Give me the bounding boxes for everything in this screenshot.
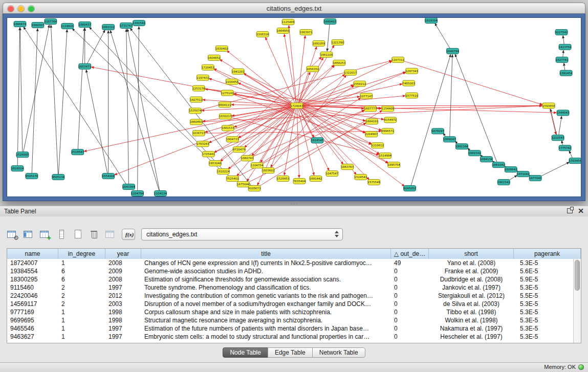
graph-edge[interactable]	[238, 83, 293, 105]
graph-node[interactable]: 1210612	[372, 143, 384, 148]
column-header-name[interactable]: name	[7, 249, 58, 259]
graph-node[interactable]: 2653471	[79, 63, 91, 69]
close-panel-icon[interactable]: ✕	[578, 207, 584, 214]
table-row[interactable]: 2242004622012Investigating the contribut…	[7, 292, 573, 300]
graph-node[interactable]: 1999047	[443, 137, 456, 142]
graph-node[interactable]: 9227542	[555, 29, 568, 35]
graph-node[interactable]: 1191542	[133, 20, 145, 26]
graph-node[interactable]: 1895754	[387, 162, 400, 168]
graph-node[interactable]: 1691442	[310, 176, 322, 182]
graph-edge[interactable]	[435, 24, 450, 50]
graph-edge[interactable]	[550, 107, 556, 134]
graph-node[interactable]: 1656253	[333, 60, 346, 65]
graph-node[interactable]: 1514984	[379, 153, 391, 159]
graph-node[interactable]: 9154972	[384, 117, 396, 123]
graph-edge[interactable]	[23, 25, 49, 153]
graph-edge[interactable]	[51, 25, 58, 175]
graph-node[interactable]: 1535874	[189, 108, 202, 114]
graph-node[interactable]: 1881533	[222, 125, 234, 131]
graph-node[interactable]: 1691059	[313, 40, 325, 46]
graph-edge[interactable]	[242, 72, 365, 133]
graph-node[interactable]: 1953046	[209, 161, 222, 166]
function-builder-button[interactable]: f(x)	[122, 229, 135, 240]
graph-node[interactable]: 1528453	[277, 176, 290, 182]
tab-network-table[interactable]: Network Table	[312, 347, 365, 358]
graph-node[interactable]: 1204794	[131, 191, 144, 196]
show-columns-button[interactable]	[23, 228, 35, 240]
graph-node[interactable]: 1253176	[192, 85, 205, 91]
column-header-in_degree[interactable]: in_degree	[58, 249, 105, 259]
graph-edge[interactable]	[86, 70, 107, 174]
graph-node[interactable]: 1661042	[492, 162, 505, 168]
graph-node[interactable]: 1725441	[202, 151, 214, 157]
graph-edge[interactable]	[58, 30, 67, 175]
graph-node[interactable]: 1863971	[300, 29, 312, 35]
graph-node[interactable]: 1731743	[120, 23, 133, 28]
graph-node[interactable]: 1125489	[282, 19, 295, 25]
graph-node[interactable]: 1677042	[529, 176, 541, 181]
graph-edge[interactable]	[20, 28, 23, 152]
graph-edge[interactable]	[78, 28, 84, 150]
table-row[interactable]: 969969511998Structural magnetic resonanc…	[7, 316, 573, 324]
graph-node[interactable]: 2526005	[16, 152, 29, 158]
import-table-button[interactable]	[104, 228, 117, 240]
graph-node[interactable]: 1724043	[291, 103, 303, 108]
graph-node[interactable]: 1866674	[14, 21, 27, 27]
graph-node[interactable]: 1810224	[217, 169, 230, 174]
graph-node[interactable]: 1660403	[324, 18, 337, 24]
graph-node[interactable]: 1047547	[326, 171, 339, 177]
graph-node[interactable]: 1593858	[542, 103, 555, 108]
table-row[interactable]: 946554611997Estimation of the future num…	[7, 324, 573, 333]
graph-edge[interactable]	[539, 162, 570, 178]
graph-node[interactable]: 9720479	[233, 147, 246, 152]
tab-edge-table[interactable]: Edge Table	[268, 347, 313, 358]
graph-node[interactable]: 1803602	[262, 168, 274, 173]
graph-node[interactable]: 1863763	[341, 164, 354, 170]
graph-node[interactable]: 1524541	[355, 174, 367, 180]
graph-node[interactable]: 1544043	[557, 110, 570, 116]
graph-edge[interactable]	[17, 28, 20, 166]
table-vertical-scrollbar[interactable]	[573, 259, 581, 343]
graph-node[interactable]: 7635404	[293, 179, 306, 184]
table-row[interactable]: 977716911998Corpus callosum shape and si…	[7, 308, 573, 316]
table-row[interactable]: 1456911722003Disruption of a novel membe…	[7, 300, 573, 308]
graph-node[interactable]: 1703454	[569, 158, 581, 164]
graph-node[interactable]: 1119629	[61, 23, 74, 29]
graph-node[interactable]: 1871042	[517, 171, 529, 177]
graph-node[interactable]: 1427512	[190, 97, 202, 102]
graph-node[interactable]: 1819304	[425, 18, 438, 23]
graph-node[interactable]: 1297343	[405, 68, 418, 74]
column-header-short[interactable]: short	[429, 249, 514, 259]
graph-node[interactable]: 2043364	[122, 184, 135, 190]
column-header-out_degree[interactable]: △ out_de…	[391, 249, 429, 259]
new-table-button[interactable]	[72, 228, 84, 240]
graph-node[interactable]: 1221390	[332, 39, 344, 45]
graph-node[interactable]: 1604652	[208, 55, 220, 60]
graph-node[interactable]: 1558212	[354, 81, 366, 86]
graph-node[interactable]: 1918014	[11, 166, 24, 171]
graph-node[interactable]: 1687777	[364, 106, 377, 112]
graph-node[interactable]: 1094134	[480, 157, 493, 162]
graph-node[interactable]: 1575549	[368, 180, 381, 185]
graph-node[interactable]: 2208316	[256, 31, 269, 37]
graph-edge[interactable]	[300, 72, 405, 105]
graph-edge[interactable]	[563, 51, 563, 58]
network-canvas[interactable]: 1724043183040216046521728453119743112531…	[7, 18, 581, 196]
row-tools-button[interactable]	[55, 228, 68, 240]
graph-node[interactable]: 1554104	[102, 173, 115, 179]
graph-node[interactable]: 9804111	[219, 102, 231, 107]
graph-node[interactable]: 1660493	[190, 119, 203, 125]
delete-table-button[interactable]	[88, 228, 100, 240]
graph-edge[interactable]	[214, 69, 293, 104]
graph-node[interactable]: 1077147	[360, 93, 373, 99]
graph-node[interactable]: 2204987	[365, 132, 378, 137]
graph-node[interactable]: 7525402	[226, 176, 238, 182]
table-row[interactable]: 1872400712008Changes of HCN gene express…	[7, 259, 573, 267]
graph-node[interactable]: 1981542	[468, 150, 481, 156]
column-header-year[interactable]: year	[105, 249, 141, 259]
graph-edge[interactable]	[450, 55, 452, 138]
graph-edge[interactable]	[551, 109, 557, 136]
graph-node[interactable]: 1322017	[344, 70, 357, 75]
graph-node[interactable]: 1675044	[237, 182, 250, 187]
graph-node[interactable]: 1104134	[154, 191, 167, 196]
